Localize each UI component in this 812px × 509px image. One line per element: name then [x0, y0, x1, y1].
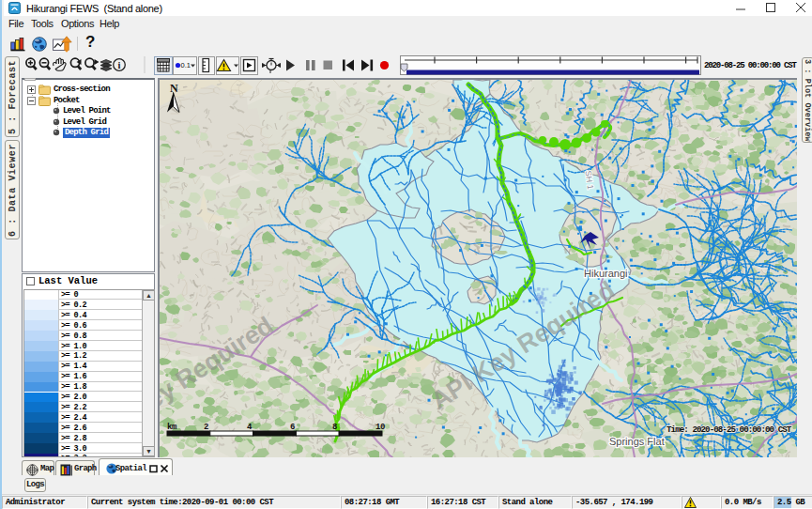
svg-text:Time: 2020-08-25 00:00:00 CST: Time: 2020-08-25 00:00:00 CST [666, 424, 792, 435]
svg-text:Hikurangi: Hikurangi [584, 268, 627, 279]
svg-text:Springs Flat: Springs Flat [609, 436, 665, 447]
svg-text:i: i [118, 60, 121, 70]
svg-text:N: N [170, 82, 178, 95]
svg-text:0.1: 0.1 [181, 61, 191, 69]
